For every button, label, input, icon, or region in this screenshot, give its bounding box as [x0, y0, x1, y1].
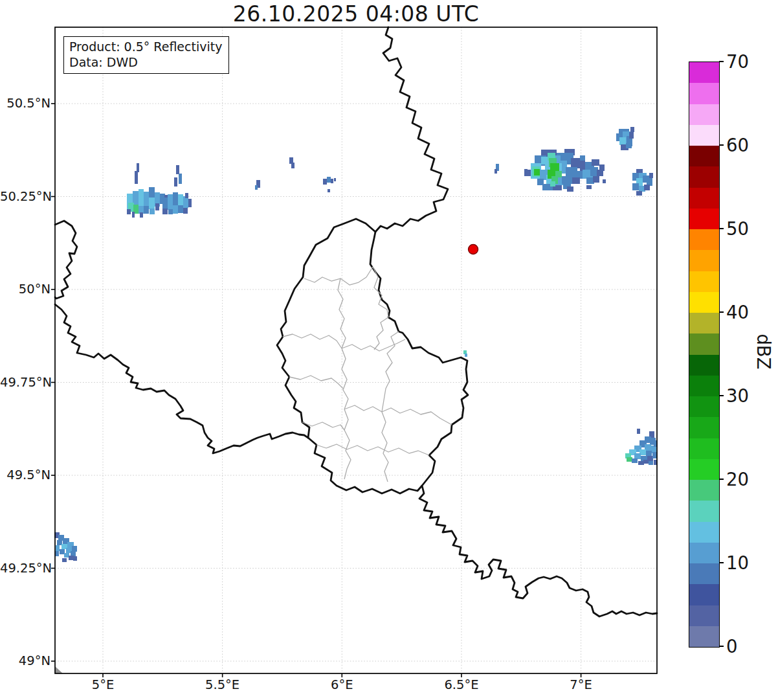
radar-echo-cell — [150, 209, 155, 214]
colorbar-tick-label: 60 — [726, 134, 749, 156]
radar-echo-cell — [632, 183, 639, 190]
radar-echo-layer — [54, 127, 657, 562]
radar-echo-cell — [580, 155, 585, 161]
colorbar-segment-35dbz — [689, 333, 719, 354]
radar-echo-cell — [162, 198, 168, 209]
radar-echo-cell — [55, 551, 59, 556]
colorbar-tick-label: 70 — [726, 51, 749, 73]
radar-echo-cell — [327, 177, 331, 183]
radar-echo-cell — [135, 171, 138, 184]
radar-echo-cell — [178, 205, 183, 213]
colorbar-segment-60dbz — [689, 125, 719, 146]
colorbar-tick — [719, 61, 724, 62]
radar-echo-cell — [603, 179, 606, 183]
country-borders — [55, 27, 657, 616]
colorbar-segment-45dbz — [689, 250, 719, 271]
radar-echo-cell — [630, 127, 634, 132]
colorbar-tick-label: 10 — [726, 552, 749, 574]
radar-echo-cell — [586, 185, 592, 189]
product-info-line: Product: 0.5° Reflectivity — [69, 39, 222, 54]
colorbar-segment-62.5dbz — [689, 104, 719, 125]
colorbar-segment-55dbz — [689, 166, 719, 187]
colorbar-tick — [719, 646, 724, 647]
radar-echo-cell — [185, 193, 188, 198]
radar-figure: 26.10.2025 04:08 UTC — [0, 0, 778, 700]
radar-echo-cell — [140, 212, 143, 218]
colorbar-tick — [719, 228, 724, 229]
radar-echo-cell — [178, 194, 183, 205]
radar-map — [0, 0, 778, 700]
radar-echo-cell — [179, 174, 182, 184]
radar-echo-cell — [632, 458, 638, 463]
radar-echo-cell — [71, 551, 76, 556]
product-info-box: Product: 0.5° Reflectivity Data: DWD — [63, 36, 229, 74]
radar-echo-cell — [331, 179, 333, 183]
radar-echo-cell — [537, 179, 544, 185]
lon-tick-label: 5.5°E — [194, 677, 252, 693]
colorbar-tick — [719, 395, 724, 396]
radar-echo-cell — [644, 185, 650, 190]
radar-echo-cell — [176, 165, 179, 174]
radar-echo-cell — [334, 178, 336, 181]
radar-echo-cell — [132, 212, 135, 218]
radar-echo-cell — [64, 553, 69, 558]
radar-echo-cell — [619, 137, 626, 145]
lat-tick-label: 49.75°N — [0, 375, 50, 390]
colorbar-segment-47.5dbz — [689, 229, 719, 250]
colorbar-segment-10dbz — [689, 543, 719, 563]
radar-echo-cell — [629, 132, 634, 139]
radar-echo-cell — [57, 540, 62, 545]
colorbar-segment-17.5dbz — [689, 480, 719, 501]
colorbar-segment-37.5dbz — [689, 313, 719, 333]
radar-echo-cell — [649, 173, 653, 178]
colorbar-segment-67.5dbz — [689, 62, 719, 83]
map-corner-fragment — [55, 666, 63, 673]
lon-tick-label: 6.5°E — [432, 677, 491, 693]
lat-tick-label: 49.25°N — [0, 561, 50, 576]
colorbar-tick-label: 50 — [726, 218, 749, 240]
radar-echo-cell — [636, 191, 642, 196]
radar-site-dot — [469, 245, 478, 254]
radar-echo-cell — [127, 209, 131, 214]
colorbar-segment-57.5dbz — [689, 146, 719, 166]
colorbar-segment-7.5dbz — [689, 563, 719, 584]
lon-tick-label: 7°E — [552, 677, 610, 693]
radar-echo-cell — [626, 143, 632, 148]
colorbar-segment-30dbz — [689, 376, 719, 396]
radar-echo-cell — [534, 169, 540, 175]
colorbar-tick-label: 0 — [726, 635, 738, 657]
colorbar-segment-27.5dbz — [689, 396, 719, 417]
radar-echo-cell — [562, 176, 572, 184]
radar-site-marker-layer — [469, 245, 478, 254]
lat-tick-label: 49.5°N — [0, 468, 50, 483]
colorbar-tick-label: 40 — [726, 301, 749, 323]
border-belgium-germany — [375, 27, 448, 232]
radar-echo-cell — [173, 205, 178, 214]
lat-tick-label: 50.5°N — [0, 96, 50, 111]
radar-echo-cell — [652, 452, 657, 458]
radar-echo-cell — [62, 558, 67, 562]
colorbar-tick-label: 20 — [726, 468, 749, 490]
radar-echo-cell — [638, 461, 644, 465]
colorbar-tick — [719, 562, 724, 563]
radar-echo-cell — [643, 460, 649, 464]
radar-echo-cell — [60, 549, 65, 554]
radar-echo-cell — [56, 545, 60, 551]
colorbar-segment-15dbz — [689, 501, 719, 521]
lat-tick-label: 49°N — [0, 653, 50, 669]
colorbar-segment-32.5dbz — [689, 355, 719, 376]
colorbar-segment-25dbz — [689, 417, 719, 438]
border-france-belgium — [55, 304, 308, 453]
radar-echo-cell — [495, 169, 497, 174]
axis-ticks — [51, 104, 581, 677]
graticule — [55, 27, 657, 673]
radar-echo-cell — [465, 354, 467, 357]
radar-echo-cell — [646, 451, 652, 457]
radar-echo-cell — [323, 179, 327, 185]
radar-echo-cell — [144, 192, 149, 207]
radar-echo-cell — [649, 461, 653, 465]
lat-tick-label: 50.25°N — [0, 189, 50, 205]
radar-echo-cell — [328, 189, 330, 192]
border-france-germany — [419, 486, 657, 616]
border-peninsula-west — [55, 221, 77, 299]
